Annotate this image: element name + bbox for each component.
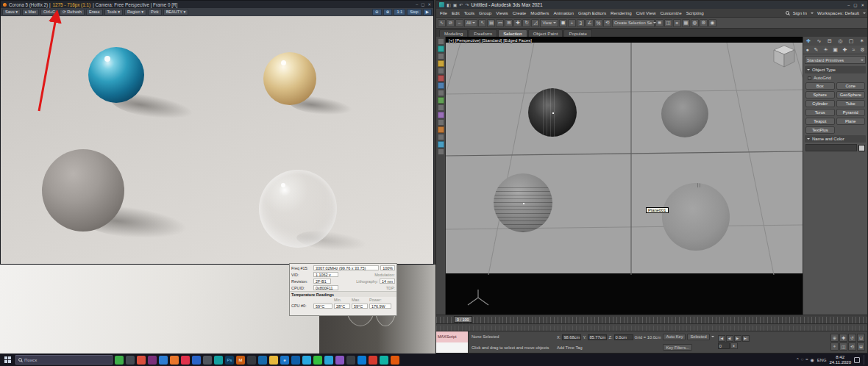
taskbar-app-icon[interactable] xyxy=(192,356,201,365)
go-to-end-button[interactable]: ▶| xyxy=(742,335,750,342)
side-icon[interactable] xyxy=(438,53,444,60)
helpers-icon[interactable]: ✚ xyxy=(843,47,847,53)
autogrid-checkbox[interactable] xyxy=(808,76,811,80)
side-icon[interactable] xyxy=(438,38,444,45)
taskbar-app-icon[interactable] xyxy=(159,356,168,365)
menu-edit[interactable]: Edit xyxy=(449,10,462,15)
primitive-category-select[interactable]: Standard Primitives xyxy=(805,56,866,64)
spacewarps-icon[interactable]: ≈ xyxy=(853,47,855,52)
maxscript-mini-listener[interactable]: MAXScript xyxy=(436,331,469,353)
menu-tools[interactable]: Tools xyxy=(462,10,477,15)
cylinder-button[interactable]: Cylinder xyxy=(805,100,835,107)
zoom-icon[interactable]: ⊕ xyxy=(830,334,839,342)
erase-button[interactable]: Erase xyxy=(86,9,103,15)
mirror-icon[interactable]: ◫ xyxy=(664,19,672,27)
refresh-button[interactable]: ⟳ Refresh xyxy=(60,9,85,15)
create-tab-icon[interactable]: ✚ xyxy=(806,38,811,44)
undo-icon[interactable]: ↶ xyxy=(459,2,463,7)
orbit-subobject-icon[interactable]: ⟲ xyxy=(848,342,856,351)
taskbar-app-icon[interactable] xyxy=(137,356,146,365)
angle-snap-icon[interactable]: ∠ xyxy=(586,19,594,27)
maxscript-pink-row[interactable]: MAXScript xyxy=(436,331,468,342)
object-color-swatch[interactable] xyxy=(858,145,865,151)
modify-tab-icon[interactable]: ∿ xyxy=(817,38,822,44)
viewport-label[interactable]: [+] [Perspective] [Standard] [Edged Face… xyxy=(449,38,532,43)
telegram-icon[interactable] xyxy=(302,356,311,365)
auto-key-button[interactable]: Auto Key xyxy=(663,334,686,340)
taskbar-app-icon[interactable] xyxy=(181,356,190,365)
stop-button[interactable]: Stop xyxy=(407,9,421,15)
teapot-button[interactable]: Teapot xyxy=(805,118,835,125)
workspaces-select[interactable]: Workspaces: Default xyxy=(817,10,859,15)
side-icon[interactable] xyxy=(438,90,444,96)
project-folder-icon[interactable]: ◧ xyxy=(447,2,451,7)
save-file-icon[interactable]: ▣ xyxy=(453,2,458,7)
menu-civil-view[interactable]: Civil View xyxy=(634,10,658,15)
menu-animation[interactable]: Animation xyxy=(551,10,576,15)
rectangular-region-icon[interactable]: ▭ xyxy=(496,19,504,27)
side-icon[interactable] xyxy=(438,60,444,67)
textplus-button[interactable]: TextPlus xyxy=(805,126,835,134)
time-slider[interactable]: 0 / 100 xyxy=(436,315,867,323)
side-icon[interactable] xyxy=(438,112,444,118)
viewport-layout-icon[interactable]: ⊞ xyxy=(857,342,865,351)
key-mode-toggle[interactable]: ● xyxy=(730,342,738,349)
taskbar-app-icon[interactable] xyxy=(170,356,179,365)
z-coordinate-field[interactable]: 0.0cm xyxy=(614,334,633,340)
percent-snap-icon[interactable]: % xyxy=(594,19,602,27)
close-icon[interactable]: ✕ xyxy=(427,2,431,7)
tab-object-paint[interactable]: Object Paint xyxy=(528,29,563,37)
zoom-in-icon[interactable]: ⊕ xyxy=(383,9,393,15)
select-scale-icon[interactable]: ◿ xyxy=(531,19,539,27)
menu-scripting[interactable]: Scripting xyxy=(684,10,706,15)
viewport-sphere-dark[interactable] xyxy=(528,88,577,137)
copy-button[interactable]: Ctrl+C xyxy=(40,9,58,15)
lights-icon[interactable]: ☀ xyxy=(823,47,828,53)
unlink-selection-icon[interactable]: ⊘ xyxy=(447,19,455,27)
taskbar-app-icon[interactable] xyxy=(258,356,267,365)
menu-create[interactable]: Create xyxy=(511,10,529,15)
display-tab-icon[interactable]: ▢ xyxy=(849,38,854,44)
viewport-sphere-shaded-wireframe[interactable] xyxy=(494,173,552,232)
render-setup-icon[interactable]: ⚙ xyxy=(700,19,708,27)
pyramid-button[interactable]: Pyramid xyxy=(836,109,866,116)
material-editor-icon[interactable]: ◍ xyxy=(691,19,699,27)
max-titlebar[interactable]: ◧▣↶↷ Untitled - Autodesk 3ds Max 2021 – … xyxy=(436,1,867,9)
taskbar-app-icon[interactable] xyxy=(391,356,399,365)
zoom-extents-icon[interactable]: ⌖ xyxy=(830,342,839,351)
select-move-icon[interactable]: ✚ xyxy=(513,19,522,27)
taskbar-app-icon[interactable] xyxy=(247,356,256,365)
box-button[interactable]: Box xyxy=(805,82,835,90)
taskbar-app-icon[interactable] xyxy=(115,356,124,365)
torus-button[interactable]: Torus xyxy=(805,109,835,116)
x-coordinate-field[interactable]: 98.68cm xyxy=(562,334,581,340)
selection-set-dropdown[interactable]: Selected xyxy=(687,334,709,340)
menu-graph-editors[interactable]: Graph Editors xyxy=(576,10,608,15)
corona-titlebar[interactable]: Corona 5 (Hotfix 2) | 1275 - 716px (1:1)… xyxy=(1,1,433,8)
cameras-icon[interactable]: ▣ xyxy=(833,47,838,53)
pan-icon[interactable]: ✚ xyxy=(839,334,847,342)
layer-manager-icon[interactable]: ▦ xyxy=(682,19,690,27)
clock[interactable]: 8:42 24.11.2020 xyxy=(829,355,851,365)
select-and-link-icon[interactable]: ∿ xyxy=(438,19,446,27)
geometry-icon[interactable]: ● xyxy=(805,47,808,52)
snaps-toggle-icon[interactable]: 3 xyxy=(577,19,585,27)
side-icon[interactable] xyxy=(438,126,444,133)
taskbar-app-icon[interactable] xyxy=(214,356,223,365)
side-icon[interactable] xyxy=(438,119,444,126)
show-desktop-button[interactable] xyxy=(864,355,866,365)
key-filters-button[interactable]: Key Filters... xyxy=(663,344,692,351)
align-icon[interactable]: ≡ xyxy=(673,19,681,27)
taskbar-app-icon[interactable] xyxy=(357,356,366,365)
maximize-icon[interactable]: ▢ xyxy=(421,2,424,7)
utilities-tab-icon[interactable]: ✶ xyxy=(860,38,864,44)
side-icon[interactable] xyxy=(438,68,444,74)
play-button[interactable]: ▶ xyxy=(734,335,741,342)
tab-selection[interactable]: Selection xyxy=(498,29,527,37)
taskbar-app-icon[interactable] xyxy=(369,356,377,365)
menu-group[interactable]: Group xyxy=(477,10,494,15)
current-frame-field[interactable]: 0 xyxy=(718,342,730,349)
side-icon[interactable] xyxy=(438,46,444,52)
cone-button[interactable]: Cone xyxy=(836,82,866,90)
viewport-sphere-dense-wireframe[interactable] xyxy=(662,183,730,251)
